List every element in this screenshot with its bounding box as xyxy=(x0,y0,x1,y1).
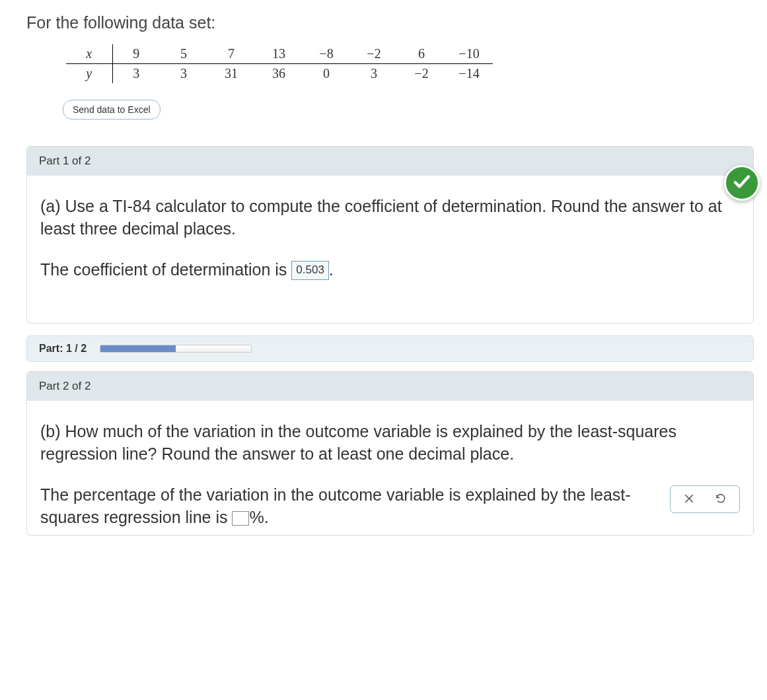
cell: 6 xyxy=(398,44,445,64)
part1-answer-suffix: . xyxy=(329,260,334,279)
clear-button[interactable] xyxy=(682,493,696,506)
cell: 0 xyxy=(303,64,350,84)
part1-answer-input[interactable]: 0.503 xyxy=(291,261,329,280)
table-row: y 3 3 31 36 0 3 −2 −14 xyxy=(66,64,493,84)
cell: 9 xyxy=(112,44,160,64)
part2-answer-line: The percentage of the variation in the o… xyxy=(40,484,657,529)
check-icon xyxy=(732,172,752,194)
cell: −8 xyxy=(303,44,350,64)
part2-body: (b) How much of the variation in the out… xyxy=(27,401,753,535)
part2-question: (b) How much of the variation in the out… xyxy=(40,421,740,466)
cell: −2 xyxy=(350,44,398,64)
part2-answer-row: The percentage of the variation in the o… xyxy=(40,484,740,529)
part1-container: Part 1 of 2 (a) Use a TI-84 calculator t… xyxy=(26,146,754,324)
cell: 5 xyxy=(160,44,207,64)
part2-header: Part 2 of 2 xyxy=(27,372,753,401)
progress-label: Part: 1 / 2 xyxy=(39,343,87,355)
reset-button[interactable] xyxy=(714,493,727,506)
undo-icon xyxy=(715,488,727,510)
row-label-y: y xyxy=(66,64,112,84)
cell: 3 xyxy=(112,64,160,84)
close-icon xyxy=(683,488,695,510)
part1-header: Part 1 of 2 xyxy=(27,147,753,176)
progress-fill xyxy=(100,345,176,352)
part2-answer-prefix: The percentage of the variation in the o… xyxy=(40,485,631,526)
row-label-x: x xyxy=(66,44,112,64)
cell: 31 xyxy=(207,64,255,84)
part1-answer-line: The coefficient of determination is 0.50… xyxy=(40,259,740,281)
data-table: x 9 5 7 13 −8 −2 6 −10 y 3 3 31 36 0 3 −… xyxy=(66,44,493,83)
part2-answer-suffix: %. xyxy=(249,508,268,526)
table-row: x 9 5 7 13 −8 −2 6 −10 xyxy=(66,44,493,64)
cell: 3 xyxy=(350,64,398,84)
cell: −2 xyxy=(398,64,445,84)
correct-badge xyxy=(724,165,760,201)
cell: 7 xyxy=(207,44,255,64)
cell: −14 xyxy=(445,64,493,84)
cell: 13 xyxy=(255,44,303,64)
part2-answer-input[interactable] xyxy=(232,511,249,526)
action-box xyxy=(670,485,740,513)
part2-container: Part 2 of 2 (b) How much of the variatio… xyxy=(26,371,754,536)
part1-body: (a) Use a TI-84 calculator to compute th… xyxy=(27,176,753,323)
part1-question: (a) Use a TI-84 calculator to compute th… xyxy=(40,195,740,240)
cell: −10 xyxy=(445,44,493,64)
cell: 3 xyxy=(160,64,207,84)
send-to-excel-button[interactable]: Send data to Excel xyxy=(63,100,161,120)
intro-text: For the following data set: xyxy=(26,13,754,32)
part1-answer-prefix: The coefficient of determination is xyxy=(40,260,291,279)
progress-row: Part: 1 / 2 xyxy=(26,335,754,362)
cell: 36 xyxy=(255,64,303,84)
progress-bar xyxy=(100,345,252,353)
data-table-wrap: x 9 5 7 13 −8 −2 6 −10 y 3 3 31 36 0 3 −… xyxy=(66,44,754,83)
